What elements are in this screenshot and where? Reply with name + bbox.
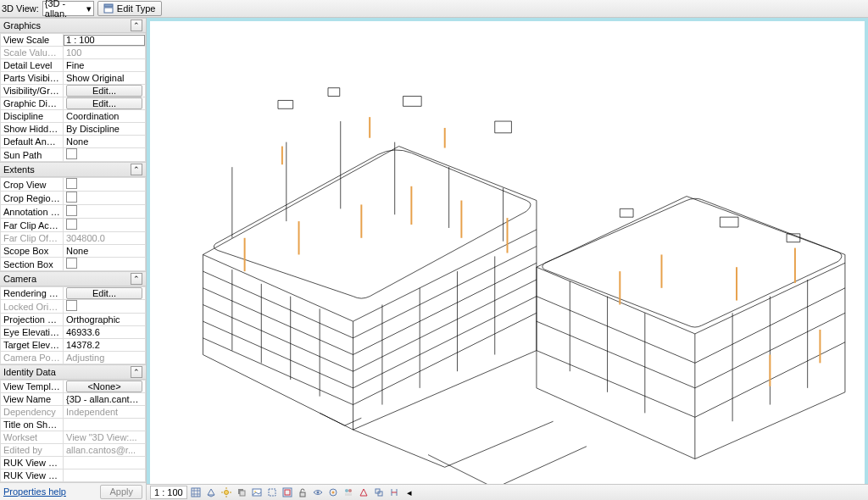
checkbox: [66, 300, 77, 311]
section-header-identity-data[interactable]: Identity Data⌃: [0, 364, 146, 380]
show-crop-region-icon[interactable]: [281, 486, 294, 499]
prop-value[interactable]: Show Original: [64, 72, 146, 85]
prop-label: Dependency: [1, 406, 64, 419]
prop-label: Graphic Displ...: [1, 97, 64, 110]
checkbox[interactable]: [66, 148, 77, 159]
svg-rect-43: [345, 493, 352, 496]
collapse-icon[interactable]: ⌃: [131, 164, 142, 175]
prop-value[interactable]: <None>: [64, 381, 146, 393]
prop-value[interactable]: Edit...: [64, 287, 146, 300]
prop-value[interactable]: [64, 178, 146, 192]
prop-value[interactable]: 14378.2: [64, 339, 146, 352]
rendering-dialog-icon[interactable]: [250, 486, 264, 499]
prop-row: Sun Path: [1, 148, 146, 162]
prop-row: Detail LevelFine: [1, 59, 146, 72]
prop-value[interactable]: Fine: [64, 59, 146, 72]
prop-label: Camera Positi...: [1, 352, 64, 364]
reveal-constraints-icon[interactable]: [387, 486, 401, 499]
prop-value[interactable]: [64, 34, 146, 47]
prop-value: View "3D View:...: [64, 431, 146, 444]
type-selector[interactable]: {3D - allan. ▾: [42, 1, 94, 16]
highlight-displacement-icon[interactable]: [372, 486, 386, 499]
prop-value[interactable]: [64, 457, 146, 469]
prop-value[interactable]: [64, 148, 146, 162]
prop-row: Edited byallan.cantos@r...: [1, 444, 146, 457]
prop-row: Rendering Set...Edit...: [1, 287, 146, 300]
value-input[interactable]: [64, 35, 145, 46]
worksharing-display-icon[interactable]: [342, 486, 355, 499]
prop-row: Eye Elevation46933.6: [1, 326, 146, 339]
shadows-icon[interactable]: [235, 486, 248, 499]
prop-value: 304800.0: [64, 232, 146, 245]
prop-label: Parts Visibility: [1, 72, 64, 85]
collapse-icon[interactable]: ⌃: [131, 19, 142, 31]
prop-value[interactable]: By Discipline: [64, 123, 146, 136]
checkbox[interactable]: [66, 258, 77, 269]
prop-label: Annotation Cr...: [1, 205, 64, 219]
prop-value[interactable]: [64, 219, 146, 232]
svg-rect-7: [720, 217, 738, 227]
checkbox[interactable]: [66, 219, 77, 230]
temporary-hide-isolate-icon[interactable]: [311, 486, 325, 499]
properties-help-link[interactable]: Properties help: [3, 486, 66, 497]
prop-value[interactable]: Orthographic: [64, 314, 146, 326]
collapse-icon[interactable]: ⌃: [131, 366, 142, 378]
prop-row: Scope BoxNone: [1, 245, 146, 258]
type-label: 3D View:: [2, 3, 39, 14]
svg-point-25: [224, 491, 228, 495]
unlock-view-icon[interactable]: [296, 486, 309, 499]
edit-button[interactable]: Edit...: [66, 97, 142, 109]
edit-button[interactable]: Edit...: [66, 287, 142, 299]
reveal-hidden-icon[interactable]: [326, 486, 340, 499]
prop-value[interactable]: Coordination: [64, 110, 146, 123]
checkbox[interactable]: [66, 205, 77, 216]
prop-row: Annotation Cr...: [1, 205, 146, 219]
prop-value: Independent: [64, 406, 146, 419]
prop-row: Section Box: [1, 258, 146, 271]
prop-value[interactable]: [64, 205, 146, 219]
crop-view-icon[interactable]: [265, 486, 279, 499]
viewport: 1 : 100: [147, 18, 868, 500]
svg-rect-2: [278, 100, 293, 108]
prop-value[interactable]: None: [64, 245, 146, 258]
visual-style-icon[interactable]: [204, 486, 218, 499]
prop-label: View Name: [1, 393, 64, 406]
prop-value[interactable]: None: [64, 136, 146, 148]
checkbox[interactable]: [66, 178, 77, 189]
section-header-camera[interactable]: Camera⌃: [0, 271, 146, 286]
prop-value[interactable]: 46933.6: [64, 326, 146, 339]
prop-value[interactable]: [64, 469, 146, 482]
section-header-graphics[interactable]: Graphics⌃: [0, 18, 146, 33]
detail-level-icon[interactable]: [189, 486, 203, 499]
prop-row: DisciplineCoordination: [1, 110, 146, 123]
prop-label: Default Analy...: [1, 136, 64, 148]
prop-row: Crop Region ...: [1, 192, 146, 205]
prop-row: Projection Mo...Orthographic: [1, 314, 146, 326]
prop-row: Parts VisibilityShow Original: [1, 72, 146, 85]
chevron-left-icon[interactable]: ◂: [403, 486, 416, 499]
properties-type-bar: 3D View: {3D - allan. ▾ Edit Type: [0, 0, 868, 18]
checkbox[interactable]: [66, 192, 77, 203]
section-header-extents[interactable]: Extents⌃: [0, 162, 146, 177]
prop-value[interactable]: [64, 258, 146, 271]
view-scale-selector[interactable]: 1 : 100: [150, 486, 187, 499]
edit-button[interactable]: <None>: [66, 381, 142, 392]
section-title: Graphics: [3, 20, 41, 31]
analytical-model-icon[interactable]: [357, 486, 370, 499]
prop-value[interactable]: {3D - allan.cantos...: [64, 393, 146, 406]
prop-value[interactable]: [64, 192, 146, 205]
prop-value[interactable]: Edit...: [64, 85, 146, 97]
prop-value[interactable]: Edit...: [64, 97, 146, 110]
sun-path-icon[interactable]: [220, 486, 233, 499]
svg-rect-24: [192, 488, 200, 497]
svg-rect-31: [240, 491, 245, 496]
collapse-icon[interactable]: ⌃: [131, 273, 142, 285]
model-canvas[interactable]: [147, 18, 868, 484]
section-title: Camera: [3, 274, 36, 284]
prop-label: Sun Path: [1, 148, 64, 162]
prop-value[interactable]: [64, 419, 146, 431]
edit-type-button[interactable]: Edit Type: [97, 1, 162, 16]
apply-button[interactable]: Apply: [100, 485, 142, 499]
edit-button[interactable]: Edit...: [66, 85, 142, 97]
prop-label: Crop Region ...: [1, 192, 64, 205]
